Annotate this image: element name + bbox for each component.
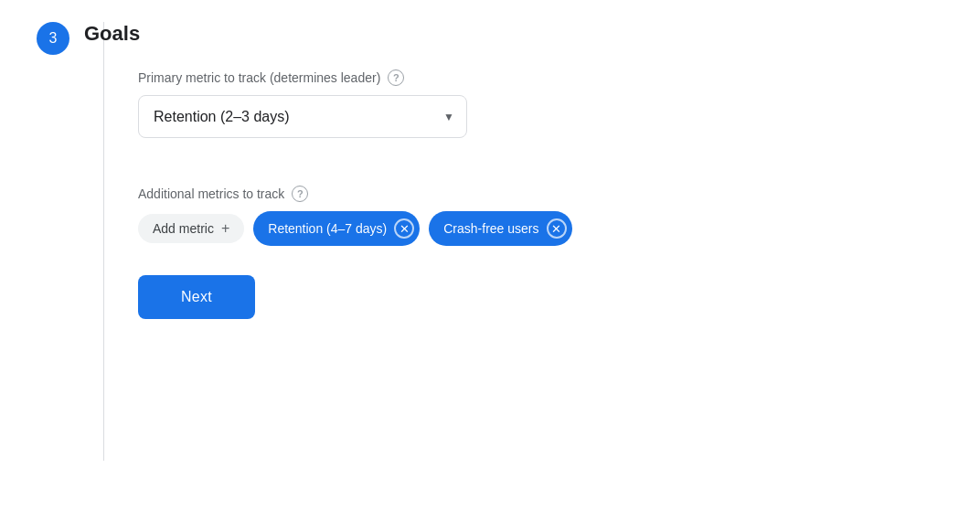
chips-row: Add metric + Retention (4–7 days) ✕ Cras… bbox=[138, 211, 943, 246]
vertical-divider bbox=[103, 22, 104, 461]
additional-metrics-label: Additional metrics to track ? bbox=[138, 186, 943, 202]
step-indicator: 3 bbox=[37, 22, 69, 55]
primary-metric-label: Primary metric to track (determines lead… bbox=[138, 69, 943, 86]
plus-icon: + bbox=[221, 221, 229, 236]
additional-metrics-section: Additional metrics to track ? Add metric… bbox=[138, 186, 943, 246]
primary-metric-dropdown-container: Retention (2–3 days) Retention (1 day) R… bbox=[138, 95, 467, 138]
chip-crash-free-label: Crash-free users bbox=[443, 221, 538, 236]
primary-metric-field: Primary metric to track (determines lead… bbox=[138, 69, 943, 164]
chip-retention-4-7-remove-button[interactable]: ✕ bbox=[394, 218, 414, 239]
add-metric-button[interactable]: Add metric + bbox=[138, 214, 244, 243]
page-container: 3 Goals Primary metric to track (determi… bbox=[37, 22, 943, 461]
chip-crash-free: Crash-free users ✕ bbox=[429, 211, 571, 246]
chip-retention-4-7-label: Retention (4–7 days) bbox=[268, 221, 387, 236]
chip-retention-4-7: Retention (4–7 days) ✕ bbox=[253, 211, 420, 246]
section-title: Goals bbox=[84, 22, 140, 46]
next-button[interactable]: Next bbox=[138, 275, 255, 319]
additional-metrics-help-icon[interactable]: ? bbox=[292, 186, 308, 202]
primary-metric-help-icon[interactable]: ? bbox=[388, 69, 404, 86]
add-metric-label: Add metric bbox=[153, 221, 214, 236]
chip-crash-free-remove-button[interactable]: ✕ bbox=[547, 218, 567, 239]
primary-metric-select[interactable]: Retention (2–3 days) Retention (1 day) R… bbox=[138, 95, 467, 138]
step-circle: 3 bbox=[37, 22, 69, 55]
main-content: Primary metric to track (determines lead… bbox=[138, 22, 943, 461]
